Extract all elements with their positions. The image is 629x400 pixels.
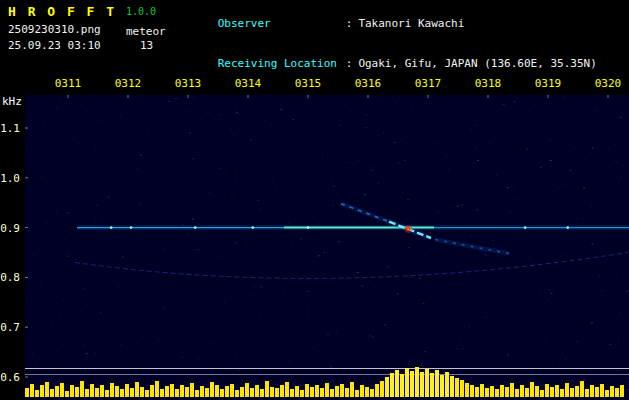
time-tick-label: 0312 <box>115 77 142 90</box>
output-filename: 2509230310.png <box>8 23 101 36</box>
time-tick-label: 0320 <box>595 77 622 90</box>
freq-tick-label: 0.9 <box>0 221 20 234</box>
freq-axis-unit: kHz <box>2 95 22 108</box>
info-label: Observer <box>218 17 346 31</box>
time-tick-label: 0311 <box>55 77 82 90</box>
app-version: 1.0.0 <box>126 6 156 17</box>
time-tick-label: 0313 <box>175 77 202 90</box>
freq-tick-label: 0.8 <box>0 271 20 284</box>
info-value: Ogaki, Gifu, JAPAN (136.60E, 35.35N) <box>358 57 596 70</box>
info-row-observer: Observer:Takanori Kawachi <box>178 3 597 44</box>
time-tick-label: 0318 <box>475 77 502 90</box>
info-separator: : <box>346 17 359 30</box>
info-value: Takanori Kawachi <box>358 17 464 30</box>
time-tick-label: 0316 <box>355 77 382 90</box>
freq-tick-label: 1.1 <box>0 122 20 135</box>
freq-tick-label: 1.0 <box>0 171 20 184</box>
time-tick-label: 0317 <box>415 77 442 90</box>
observation-timestamp: 25.09.23 03:10 <box>8 39 101 52</box>
info-separator: : <box>346 57 359 70</box>
hrofft-window: H R O F F T 1.0.0 2509230310.png meteor … <box>0 0 629 400</box>
freq-tick-label: 0.6 <box>0 371 20 384</box>
app-title: H R O F F T <box>8 4 116 19</box>
info-label: Receiving Location <box>218 57 346 71</box>
time-tick-label: 0314 <box>235 77 262 90</box>
freq-tick-label: 0.7 <box>0 321 20 334</box>
spectrogram-plot <box>25 95 629 400</box>
time-tick-label: 0319 <box>535 77 562 90</box>
echo-count: 13 <box>140 39 153 52</box>
time-tick-label: 0315 <box>295 77 322 90</box>
spectrogram-canvas <box>25 95 629 400</box>
mode-label: meteor <box>126 25 166 38</box>
